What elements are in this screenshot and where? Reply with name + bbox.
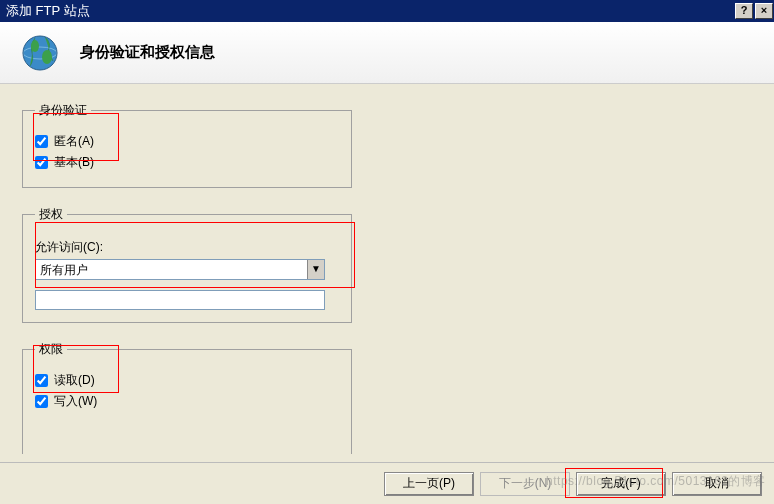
globe-icon	[20, 33, 60, 73]
anonymous-row: 匿名(A)	[35, 133, 339, 150]
read-checkbox[interactable]	[35, 374, 48, 387]
write-row: 写入(W)	[35, 393, 339, 410]
wizard-header: 身份验证和授权信息	[0, 22, 774, 84]
svg-point-2	[31, 40, 39, 52]
read-row: 读取(D)	[35, 372, 339, 389]
permissions-group: 权限 读取(D) 写入(W)	[22, 341, 352, 454]
previous-button[interactable]: 上一页(P)	[384, 472, 474, 496]
access-value: 所有用户	[36, 260, 307, 279]
write-checkbox[interactable]	[35, 395, 48, 408]
basic-checkbox[interactable]	[35, 156, 48, 169]
authorization-legend: 授权	[35, 206, 67, 223]
title-bar: 添加 FTP 站点 ? ×	[0, 0, 774, 22]
window-title: 添加 FTP 站点	[6, 2, 90, 20]
authorization-group: 授权 允许访问(C): 所有用户 ▼	[22, 206, 352, 323]
authentication-group: 身份验证 匿名(A) 基本(B)	[22, 102, 352, 188]
access-label: 允许访问(C):	[35, 239, 339, 256]
finish-button[interactable]: 完成(F)	[576, 472, 666, 496]
cancel-button[interactable]: 取消	[672, 472, 762, 496]
user-input[interactable]	[35, 290, 325, 310]
next-button: 下一步(N)	[480, 472, 570, 496]
authentication-legend: 身份验证	[35, 102, 91, 119]
help-button[interactable]: ?	[735, 3, 753, 19]
anonymous-checkbox[interactable]	[35, 135, 48, 148]
wizard-footer: 上一页(P) 下一步(N) 完成(F) 取消	[0, 462, 774, 504]
window-buttons: ? ×	[734, 1, 774, 21]
page-title: 身份验证和授权信息	[80, 43, 215, 62]
svg-point-3	[42, 50, 52, 64]
permissions-legend: 权限	[35, 341, 67, 358]
anonymous-label: 匿名(A)	[54, 133, 94, 150]
content-area: 身份验证 匿名(A) 基本(B) 授权 允许访问(C): 所有用户 ▼ 权限 读…	[0, 84, 774, 462]
basic-row: 基本(B)	[35, 154, 339, 171]
access-combobox[interactable]: 所有用户 ▼	[35, 259, 325, 280]
basic-label: 基本(B)	[54, 154, 94, 171]
write-label: 写入(W)	[54, 393, 97, 410]
chevron-down-icon[interactable]: ▼	[307, 260, 324, 279]
read-label: 读取(D)	[54, 372, 95, 389]
close-button[interactable]: ×	[755, 3, 773, 19]
